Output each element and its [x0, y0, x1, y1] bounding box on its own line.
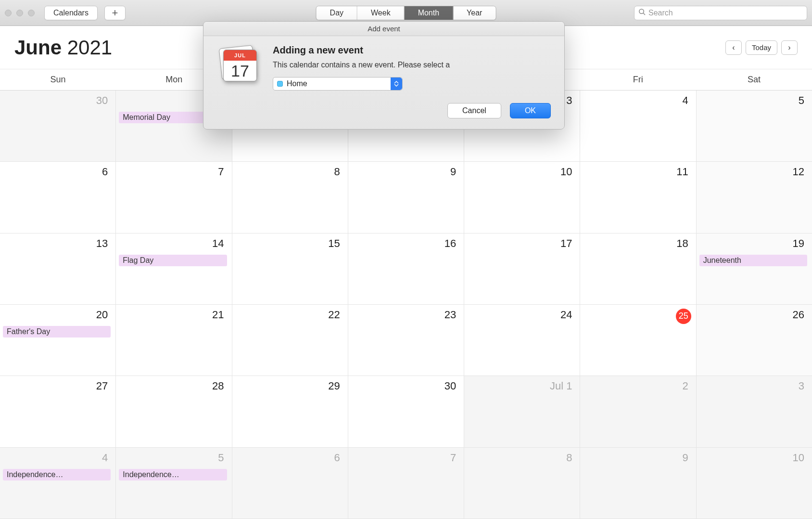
calendar-day-cell[interactable]: 20Father's Day [0, 305, 116, 376]
chevron-left-icon: ‹ [732, 43, 735, 52]
ok-button[interactable]: OK [510, 103, 551, 118]
calendar-day-cell[interactable]: 7 [116, 162, 232, 233]
day-number: 5 [218, 452, 227, 464]
prev-month-button[interactable]: ‹ [725, 40, 742, 55]
today-button[interactable]: Today [746, 40, 777, 55]
window-controls [5, 10, 35, 16]
day-number: 12 [792, 166, 807, 178]
calendar-day-cell[interactable]: 30 [348, 376, 464, 447]
month-title: June 2021 [14, 36, 112, 59]
weekday-label: Sat [696, 75, 812, 85]
calendar-day-cell[interactable]: 7 [348, 448, 464, 519]
cancel-button-label: Cancel [462, 106, 486, 115]
calendar-week-row: 1314Flag Day1516171819Juneteenth [0, 234, 812, 305]
calendar-day-cell[interactable]: 22 [232, 305, 348, 376]
calendar-day-cell[interactable]: 17 [464, 234, 580, 304]
calendar-day-cell[interactable]: 13 [0, 234, 116, 304]
dialog-titlebar: Add event [203, 22, 564, 36]
calendar-week-row: 4Independence…5Independence…678910 [0, 448, 812, 519]
search-field[interactable] [634, 6, 807, 20]
calendar-day-cell[interactable]: 29 [232, 376, 348, 447]
calendar-day-cell[interactable]: 30 [0, 91, 116, 161]
day-number: 7 [450, 452, 459, 464]
day-number: 9 [450, 166, 459, 178]
day-number: 7 [218, 166, 227, 178]
calendar-day-cell[interactable]: 10 [464, 162, 580, 233]
calendar-day-cell[interactable]: 12 [697, 162, 812, 233]
day-number: 4 [102, 452, 111, 464]
calendar-day-cell[interactable]: 5Independence… [116, 448, 232, 519]
day-number: 14 [212, 237, 227, 250]
calendar-day-cell[interactable]: 6 [0, 162, 116, 233]
weekday-label: Sun [0, 75, 116, 85]
calendar-day-cell[interactable]: 25 [580, 305, 696, 376]
zoom-window-button[interactable] [28, 10, 35, 16]
svg-point-0 [639, 9, 644, 13]
calendar-day-cell[interactable]: 8 [464, 448, 580, 519]
calendar-day-cell[interactable]: 4 [580, 91, 696, 161]
calendar-day-cell[interactable]: 4Independence… [0, 448, 116, 519]
day-number: 22 [328, 309, 343, 321]
minimize-window-button[interactable] [16, 10, 23, 16]
weekday-label: Fri [580, 75, 696, 85]
month-nav: ‹ Today › [725, 40, 798, 55]
calendar-day-cell[interactable]: 26 [697, 305, 812, 376]
calendar-day-cell[interactable]: 27 [0, 376, 116, 447]
cancel-button[interactable]: Cancel [447, 103, 501, 118]
calendar-day-cell[interactable]: 5 [697, 91, 812, 161]
calendar-week-row: 6789101112 [0, 162, 812, 233]
event-pill[interactable]: Juneteenth [699, 255, 807, 266]
close-window-button[interactable] [5, 10, 12, 16]
event-pill[interactable]: Flag Day [119, 255, 227, 266]
dialog-body-text: This calendar contains a new event. Plea… [273, 61, 551, 69]
calendar-day-cell[interactable]: 9 [348, 162, 464, 233]
view-tab-day[interactable]: Day [317, 6, 357, 20]
svg-line-1 [643, 13, 645, 15]
calendar-day-cell[interactable]: Jul 1 [464, 376, 580, 447]
year-label: 2021 [67, 36, 112, 59]
next-month-button[interactable]: › [781, 40, 798, 55]
day-number: 3 [799, 380, 807, 392]
calendar-color-swatch [277, 81, 283, 87]
calendar-week-row: 27282930Jul 123 [0, 376, 812, 447]
day-number: Jul 1 [550, 380, 575, 392]
calendars-button[interactable]: Calendars [44, 6, 98, 20]
calendar-day-cell[interactable]: 28 [116, 376, 232, 447]
calendar-day-cell[interactable]: 23 [348, 305, 464, 376]
calendar-day-cell[interactable]: 8 [232, 162, 348, 233]
calendar-day-cell[interactable]: 21 [116, 305, 232, 376]
calendar-day-cell[interactable]: 18 [580, 234, 696, 304]
ok-button-label: OK [525, 106, 536, 115]
view-tab-year[interactable]: Year [453, 6, 495, 20]
day-number-today: 25 [676, 309, 691, 324]
view-tab-week[interactable]: Week [357, 6, 405, 20]
calendar-day-cell[interactable]: 24 [464, 305, 580, 376]
dialog-icon: JUL 17 [214, 45, 262, 118]
calendar-day-cell[interactable]: 9 [580, 448, 696, 519]
day-number: 17 [560, 237, 575, 250]
calendar-day-cell[interactable]: 2 [580, 376, 696, 447]
view-segmented-control: DayWeekMonthYear [316, 6, 496, 20]
day-number: 6 [334, 452, 343, 464]
view-tab-month[interactable]: Month [405, 6, 453, 20]
calendar-day-cell[interactable]: 14Flag Day [116, 234, 232, 304]
calendar-day-cell[interactable]: 10 [697, 448, 812, 519]
day-number: 11 [676, 166, 691, 178]
day-number: 30 [96, 94, 111, 107]
calendar-day-cell[interactable]: 16 [348, 234, 464, 304]
calendar-day-cell[interactable]: 19Juneteenth [697, 234, 812, 304]
calendar-day-cell[interactable]: 15 [232, 234, 348, 304]
calendar-day-cell[interactable]: 6 [232, 448, 348, 519]
event-pill[interactable]: Independence… [119, 469, 227, 480]
day-number: 10 [560, 166, 575, 178]
calendar-select-dropdown[interactable]: Home [273, 77, 403, 91]
day-number: 6 [102, 166, 111, 178]
search-input[interactable] [648, 9, 803, 17]
day-number: 2 [682, 380, 691, 392]
calendar-day-cell[interactable]: 11 [580, 162, 696, 233]
calendar-day-cell[interactable]: 3 [697, 376, 812, 447]
event-pill[interactable]: Independence… [3, 469, 111, 480]
add-event-button[interactable]: + [104, 6, 126, 20]
event-pill[interactable]: Father's Day [3, 326, 111, 337]
day-number: 18 [676, 237, 691, 250]
